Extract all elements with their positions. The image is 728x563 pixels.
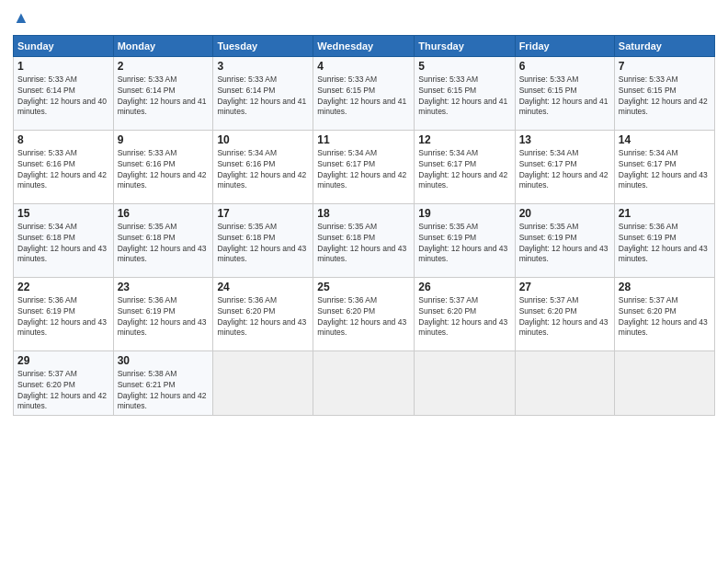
day-info: Sunrise: 5:34 AMSunset: 6:17 PMDaylight:… (519, 148, 610, 192)
calendar-cell: 3Sunrise: 5:33 AMSunset: 6:14 PMDaylight… (213, 56, 313, 130)
day-info: Sunrise: 5:35 AMSunset: 6:18 PMDaylight:… (317, 222, 410, 266)
day-info: Sunrise: 5:33 AMSunset: 6:15 PMDaylight:… (317, 75, 410, 119)
day-number: 16 (118, 207, 210, 220)
day-number: 27 (519, 281, 610, 293)
day-info: Sunrise: 5:37 AMSunset: 6:20 PMDaylight:… (619, 295, 711, 339)
day-info: Sunrise: 5:33 AMSunset: 6:14 PMDaylight:… (118, 75, 210, 119)
day-number: 13 (519, 133, 610, 146)
calendar-cell (515, 350, 614, 416)
day-info: Sunrise: 5:34 AMSunset: 6:17 PMDaylight:… (418, 148, 510, 192)
day-info: Sunrise: 5:35 AMSunset: 6:18 PMDaylight:… (118, 222, 210, 266)
calendar-cell: 21Sunrise: 5:36 AMSunset: 6:19 PMDayligh… (614, 203, 714, 277)
day-number: 22 (17, 281, 109, 293)
weekday-header-wednesday: Wednesday (313, 35, 415, 56)
day-number: 21 (619, 207, 711, 220)
day-number: 14 (619, 133, 711, 146)
calendar-cell: 15Sunrise: 5:34 AMSunset: 6:18 PMDayligh… (14, 203, 114, 277)
calendar-cell: 20Sunrise: 5:35 AMSunset: 6:19 PMDayligh… (515, 203, 614, 277)
calendar-cell: 8Sunrise: 5:33 AMSunset: 6:16 PMDaylight… (14, 130, 114, 203)
calendar-cell: 12Sunrise: 5:34 AMSunset: 6:17 PMDayligh… (415, 130, 515, 203)
calendar-cell: 13Sunrise: 5:34 AMSunset: 6:17 PMDayligh… (515, 130, 614, 203)
calendar-row-3: 15Sunrise: 5:34 AMSunset: 6:18 PMDayligh… (14, 203, 715, 277)
calendar-row-1: 1Sunrise: 5:33 AMSunset: 6:14 PMDaylight… (14, 56, 715, 130)
calendar-cell: 6Sunrise: 5:33 AMSunset: 6:15 PMDaylight… (515, 56, 614, 130)
calendar-cell: 28Sunrise: 5:37 AMSunset: 6:20 PMDayligh… (614, 277, 714, 350)
calendar-table: SundayMondayTuesdayWednesdayThursdayFrid… (13, 35, 715, 417)
calendar-row-4: 22Sunrise: 5:36 AMSunset: 6:19 PMDayligh… (14, 277, 715, 350)
calendar-cell: 11Sunrise: 5:34 AMSunset: 6:17 PMDayligh… (313, 130, 415, 203)
day-info: Sunrise: 5:33 AMSunset: 6:16 PMDaylight:… (17, 148, 109, 192)
day-info: Sunrise: 5:36 AMSunset: 6:19 PMDaylight:… (619, 222, 711, 266)
day-info: Sunrise: 5:34 AMSunset: 6:17 PMDaylight:… (317, 148, 410, 192)
calendar-cell: 30Sunrise: 5:38 AMSunset: 6:21 PMDayligh… (113, 350, 213, 416)
weekday-header-friday: Friday (515, 35, 614, 56)
calendar-cell: 29Sunrise: 5:37 AMSunset: 6:20 PMDayligh… (14, 350, 114, 416)
calendar-cell: 9Sunrise: 5:33 AMSunset: 6:16 PMDaylight… (113, 130, 213, 203)
day-info: Sunrise: 5:37 AMSunset: 6:20 PMDaylight:… (519, 295, 610, 339)
logo: ▲ (13, 9, 29, 28)
day-info: Sunrise: 5:34 AMSunset: 6:17 PMDaylight:… (619, 148, 711, 192)
calendar-cell: 18Sunrise: 5:35 AMSunset: 6:18 PMDayligh… (313, 203, 415, 277)
day-info: Sunrise: 5:34 AMSunset: 6:16 PMDaylight:… (217, 148, 309, 192)
weekday-header-monday: Monday (113, 35, 213, 56)
day-number: 28 (619, 281, 711, 293)
calendar-cell: 5Sunrise: 5:33 AMSunset: 6:15 PMDaylight… (415, 56, 515, 130)
page: ▲ SundayMondayTuesdayWednesdayThursdayFr… (0, 0, 728, 563)
day-number: 3 (217, 60, 309, 73)
day-number: 15 (17, 207, 109, 220)
day-number: 10 (217, 133, 309, 146)
day-number: 17 (217, 207, 309, 220)
logo-text: ▲ (13, 9, 29, 28)
calendar-cell: 2Sunrise: 5:33 AMSunset: 6:14 PMDaylight… (113, 56, 213, 130)
day-number: 7 (619, 60, 711, 73)
day-number: 12 (418, 133, 510, 146)
weekday-header-row: SundayMondayTuesdayWednesdayThursdayFrid… (14, 35, 715, 56)
day-info: Sunrise: 5:33 AMSunset: 6:14 PMDaylight:… (17, 75, 109, 119)
day-info: Sunrise: 5:36 AMSunset: 6:19 PMDaylight:… (17, 295, 109, 339)
calendar-cell: 1Sunrise: 5:33 AMSunset: 6:14 PMDaylight… (14, 56, 114, 130)
day-number: 23 (118, 281, 210, 293)
day-info: Sunrise: 5:33 AMSunset: 6:14 PMDaylight:… (217, 75, 309, 119)
day-number: 4 (317, 60, 410, 73)
weekday-header-thursday: Thursday (415, 35, 515, 56)
calendar-cell: 23Sunrise: 5:36 AMSunset: 6:19 PMDayligh… (113, 277, 213, 350)
day-number: 25 (317, 281, 410, 293)
header: ▲ (13, 9, 715, 28)
day-number: 20 (519, 207, 610, 220)
calendar-cell: 16Sunrise: 5:35 AMSunset: 6:18 PMDayligh… (113, 203, 213, 277)
calendar-cell: 24Sunrise: 5:36 AMSunset: 6:20 PMDayligh… (213, 277, 313, 350)
logo-icon-shape: ▲ (13, 8, 29, 27)
day-info: Sunrise: 5:34 AMSunset: 6:18 PMDaylight:… (17, 222, 109, 266)
day-info: Sunrise: 5:37 AMSunset: 6:20 PMDaylight:… (418, 295, 510, 339)
day-number: 19 (418, 207, 510, 220)
day-number: 9 (118, 133, 210, 146)
day-number: 29 (17, 354, 109, 367)
day-number: 18 (317, 207, 410, 220)
calendar-cell: 17Sunrise: 5:35 AMSunset: 6:18 PMDayligh… (213, 203, 313, 277)
calendar-cell: 25Sunrise: 5:36 AMSunset: 6:20 PMDayligh… (313, 277, 415, 350)
day-number: 1 (17, 60, 109, 73)
calendar-cell: 14Sunrise: 5:34 AMSunset: 6:17 PMDayligh… (614, 130, 714, 203)
calendar-cell: 27Sunrise: 5:37 AMSunset: 6:20 PMDayligh… (515, 277, 614, 350)
weekday-header-sunday: Sunday (14, 35, 114, 56)
calendar-cell: 4Sunrise: 5:33 AMSunset: 6:15 PMDaylight… (313, 56, 415, 130)
day-info: Sunrise: 5:37 AMSunset: 6:20 PMDaylight:… (17, 369, 109, 413)
day-info: Sunrise: 5:38 AMSunset: 6:21 PMDaylight:… (118, 369, 210, 413)
day-number: 26 (418, 281, 510, 293)
day-number: 5 (418, 60, 510, 73)
calendar-cell (213, 350, 313, 416)
day-info: Sunrise: 5:36 AMSunset: 6:20 PMDaylight:… (317, 295, 410, 339)
weekday-header-saturday: Saturday (614, 35, 714, 56)
day-info: Sunrise: 5:33 AMSunset: 6:15 PMDaylight:… (519, 75, 610, 119)
day-number: 2 (118, 60, 210, 73)
day-info: Sunrise: 5:35 AMSunset: 6:18 PMDaylight:… (217, 222, 309, 266)
day-number: 24 (217, 281, 309, 293)
day-info: Sunrise: 5:33 AMSunset: 6:15 PMDaylight:… (619, 75, 711, 119)
day-number: 6 (519, 60, 610, 73)
weekday-header-tuesday: Tuesday (213, 35, 313, 56)
day-info: Sunrise: 5:36 AMSunset: 6:19 PMDaylight:… (118, 295, 210, 339)
calendar-cell (313, 350, 415, 416)
day-info: Sunrise: 5:33 AMSunset: 6:15 PMDaylight:… (418, 75, 510, 119)
day-number: 30 (118, 354, 210, 367)
calendar-cell: 22Sunrise: 5:36 AMSunset: 6:19 PMDayligh… (14, 277, 114, 350)
